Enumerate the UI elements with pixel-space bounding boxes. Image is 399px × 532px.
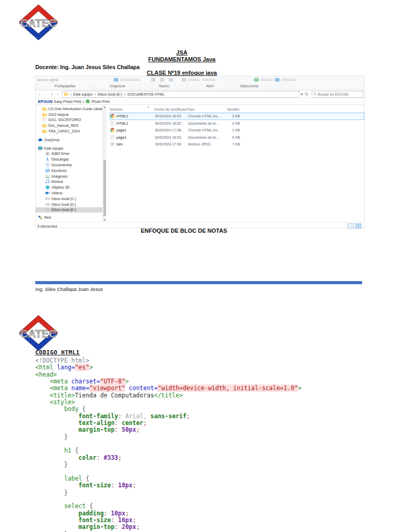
breadcrumb-segment[interactable]: DOCUMENTOS HTML: [127, 92, 164, 96]
file-date: 30/9/2024 16:52: [155, 122, 188, 125]
file-name: page1: [116, 136, 126, 139]
scrollbar-thumb[interactable]: [103, 160, 106, 216]
ribbon-button[interactable]: [275, 78, 280, 82]
sidebar-item-tra-catec-2024[interactable]: TRA_CATEC_2024: [36, 128, 102, 134]
file-type: Documento de te...: [188, 122, 222, 125]
sidebar-item-a360-drive[interactable]: A360 Drive: [36, 151, 102, 157]
ribbon-button[interactable]: [260, 78, 273, 81]
back-icon[interactable]: ←: [37, 92, 42, 97]
ribbon-button[interactable]: [169, 78, 173, 82]
sidebar-item-label: Música: [51, 180, 63, 183]
search-box[interactable]: [312, 91, 363, 98]
breadcrumb-separator: >: [94, 92, 96, 96]
file-row[interactable]: ram30/9/2024 17:08Archivo JPEG7 KB: [110, 141, 364, 148]
file-size: 3 KB: [222, 114, 241, 118]
file-row[interactable]: HTML130/9/2024 16:53Chrome HTML Do...3 K…: [110, 113, 364, 120]
code-line: text-align: center;: [35, 420, 301, 427]
navigation-pane: CX-One Introduction Guide Library2022 me…: [36, 105, 102, 222]
sidebar-item-2022-mejora[interactable]: 2022 mejora: [36, 112, 102, 117]
sidebar-item-doc-manual-res[interactable]: Doc_manual_RES: [36, 123, 102, 128]
sidebar-item-label: TRA_CATEC_2024: [48, 129, 80, 133]
forward-icon[interactable]: →: [43, 92, 48, 97]
code-line: h1 {: [35, 447, 301, 454]
ribbon-button[interactable]: [202, 78, 216, 81]
ribbon-button[interactable]: [151, 78, 155, 82]
breadcrumb-segment[interactable]: Este equipo: [73, 92, 92, 96]
sidebar-item-label: Descargas: [51, 157, 69, 161]
column-header-type[interactable]: Tipo: [188, 108, 222, 111]
ribbon-button[interactable]: [120, 78, 140, 81]
code-line: margin-top: 20px;: [35, 524, 301, 530]
sidebar-item-objetos-3d[interactable]: Objetos 3D: [36, 184, 102, 190]
file-type: Archivo JPEG: [188, 142, 222, 146]
epson-logo: EPSON: [38, 99, 52, 104]
chevron-down-icon[interactable]: ▾: [83, 100, 84, 103]
scroll-up-icon[interactable]: ▲: [103, 105, 107, 109]
catec-logo-text: CATEC: [20, 327, 57, 340]
code-line: <title>Tienda de Computadoras</title>: [35, 392, 301, 399]
epson-photo-print-button[interactable]: Photo Print: [91, 100, 110, 103]
column-header-size[interactable]: Tamaño: [222, 108, 241, 111]
file-date: 30/9/2024 17:08: [155, 142, 188, 146]
folder-icon: [42, 129, 47, 134]
file-size: 1 KB: [222, 128, 241, 132]
ribbon-group-organizar: Organizar: [95, 83, 141, 90]
code-line: }: [35, 434, 301, 441]
code-section: CODIGO HTML1 <!DOCTYPE html><html lang="…: [35, 349, 301, 532]
file-row[interactable]: page130/9/2024 16:53Documento de te...0 …: [110, 134, 364, 141]
refresh-icon[interactable]: ↻: [305, 92, 309, 97]
sidebar-item-este-equipo[interactable]: Este equipo: [36, 145, 102, 151]
code-line: [35, 469, 301, 475]
ribbon-button[interactable]: [188, 78, 200, 81]
code-line: font-size: 18px;: [35, 482, 301, 489]
ribbon-button[interactable]: [182, 78, 186, 82]
epson-easy-photo-print-button[interactable]: Easy Photo Print: [54, 100, 81, 103]
sidebar-item-videos[interactable]: Videos: [36, 190, 102, 196]
sidebar-item-cx-one-introduction-guide-library[interactable]: CX-One Introduction Guide Library: [36, 106, 102, 112]
file-name: HTML1: [116, 114, 128, 118]
sidebar-item-disco-local-c-[interactable]: Disco local (C:): [36, 196, 102, 202]
textfile-file-icon: [110, 135, 115, 140]
column-header-date[interactable]: Fecha de modificación: [154, 108, 188, 111]
ribbon-group-portapapeles: Portapapeles: [36, 83, 95, 90]
address-dropdown-icon[interactable]: ▾: [301, 92, 303, 97]
folder-icon: [64, 92, 68, 96]
file-row[interactable]: page130/9/2024 17:08Chrome HTML Do...1 K…: [110, 127, 364, 134]
sidebar-item-red[interactable]: Red: [36, 215, 102, 220]
file-type: Chrome HTML Do...: [188, 114, 222, 118]
chrome-file-icon: [110, 128, 115, 132]
sidebar-item-disco-local-d-[interactable]: Disco local (D:): [36, 202, 102, 207]
breadcrumb-segment[interactable]: Disco local (E:): [98, 92, 122, 96]
folder-icon: [42, 107, 47, 111]
folder-icon: [42, 123, 47, 128]
code-line: <meta charset="UTF-8">: [35, 378, 301, 385]
ribbon-button[interactable]: [160, 78, 164, 82]
cloud-icon: [38, 138, 43, 142]
sidebar-item-doc-escritorio[interactable]: DOC. ESCRITORIO: [36, 117, 102, 123]
scroll-down-icon[interactable]: ▼: [103, 218, 107, 221]
sidebar-item-documentos[interactable]: Documentos: [36, 162, 102, 168]
file-row[interactable]: HTML130/9/2024 16:52Documento de te...0 …: [110, 120, 364, 127]
code-line: body {: [35, 406, 301, 413]
ribbon-button[interactable]: [254, 78, 259, 82]
recent-dropdown-icon[interactable]: ▾: [49, 92, 55, 97]
sidebar-item-disco-local-e-[interactable]: Disco local (E:): [36, 207, 102, 213]
search-input[interactable]: [318, 92, 362, 96]
up-icon[interactable]: ↑: [56, 92, 61, 97]
code-line: label {: [35, 475, 301, 482]
course-title: FUNDAMENTAMOS Java: [0, 56, 364, 62]
breadcrumb[interactable]: >Este equipo>Disco local (E:)>DOCUMENTOS…: [62, 91, 300, 98]
sidebar-item-escritorio[interactable]: Escritorio: [36, 168, 102, 174]
sidebar-item-onedrive[interactable]: OneDrive: [36, 137, 102, 143]
sidebar-item-m-sica[interactable]: Música: [36, 179, 102, 185]
ribbon-button[interactable]: [114, 78, 118, 82]
sidebar-item-label: A360 Drive: [51, 152, 70, 155]
ribbon-button[interactable]: [281, 78, 297, 81]
sidebar-scrollbar[interactable]: ▲ ▼: [102, 105, 107, 222]
code-line: font-family: Arial, sans-serif;: [35, 413, 301, 420]
sidebar-item-descargas[interactable]: Descargas: [36, 156, 102, 162]
sidebar-item-im-genes[interactable]: Imágenes: [36, 174, 102, 179]
folder-icon: [42, 112, 47, 117]
code-line: }: [35, 461, 301, 468]
a360-icon: [45, 151, 50, 156]
